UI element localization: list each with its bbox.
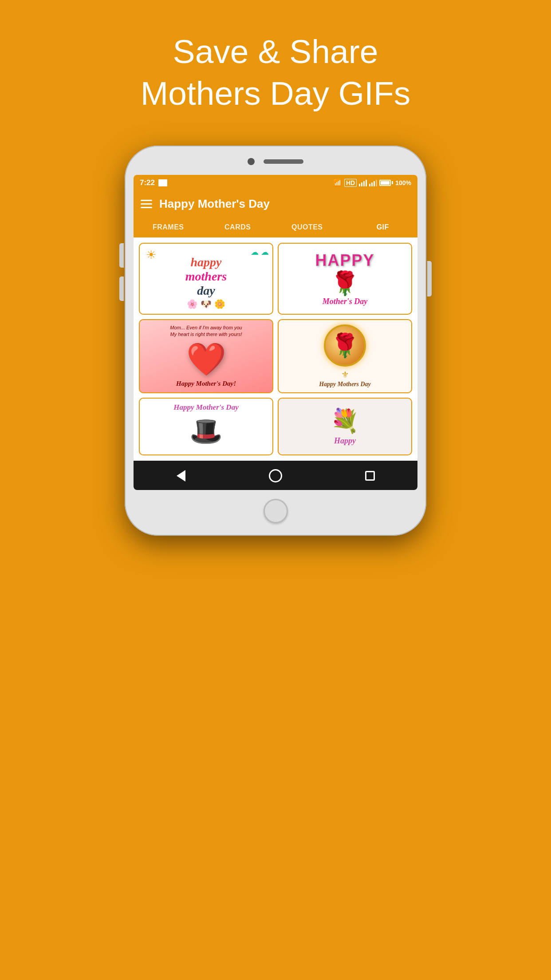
tab-cards[interactable]: CARDS — [203, 217, 273, 237]
card-6-text: Happy — [334, 436, 356, 446]
back-icon — [177, 470, 185, 482]
card-3-heart-emoji: ❤️ — [186, 340, 226, 378]
bottom-nav — [134, 461, 417, 490]
status-right: 📶 HD — [333, 178, 411, 187]
battery-icon — [379, 180, 393, 186]
phone-bottom — [134, 490, 417, 523]
battery-percent: 100% — [395, 179, 411, 186]
card-2-happy: HAPPY — [315, 251, 374, 270]
card-1-flowers-decoration: 🌸 🐶 🌼 — [144, 299, 268, 309]
menu-line-3 — [141, 207, 152, 208]
gif-card-4[interactable]: 🌹 ⚜ Happy Mothers Day — [278, 319, 412, 393]
gif-card-5[interactable]: Happy Mother's Day 🎩 — [139, 398, 273, 455]
card-5-hat: 🎩 — [189, 415, 223, 447]
nav-back-button[interactable] — [172, 468, 190, 484]
gif-grid: ☀ ☁ ☁ happy mothers day 🌸 🐶 🌼 — [139, 243, 412, 455]
home-button[interactable] — [264, 499, 288, 523]
phone-shell: 7:22 📶 HD — [125, 146, 426, 536]
status-time: 7:22 — [140, 178, 155, 187]
card-1-text: happy mothers day — [144, 248, 268, 298]
card-1-cloud-decoration: ☁ ☁ — [251, 247, 269, 257]
card-1-sun-decoration: ☀ — [146, 248, 156, 262]
tab-gif[interactable]: GIF — [342, 217, 418, 237]
card-6-roses: 💐 — [331, 407, 359, 435]
hd-label: HD — [344, 179, 357, 187]
gif-card-2[interactable]: HAPPY 🌹 Mother's Day — [278, 243, 412, 315]
card-4-ornament: ⚜ — [341, 369, 349, 380]
card-3-top-text: Mom... Even if I'm away from youMy heart… — [170, 324, 242, 338]
card-5-text: Happy Mother's Day — [173, 403, 238, 412]
volume-button-2 — [119, 277, 124, 301]
menu-button[interactable] — [141, 200, 152, 208]
menu-line-2 — [141, 203, 152, 205]
speaker-grill — [264, 159, 303, 164]
tab-bar: FRAMES CARDS QUOTES GIF — [134, 217, 417, 237]
nav-home-button[interactable] — [267, 468, 284, 484]
phone-mockup: 7:22 📶 HD — [125, 146, 426, 536]
home-icon — [269, 469, 282, 482]
card-4-circle-frame: 🌹 — [324, 324, 366, 367]
front-camera — [248, 158, 255, 165]
phone-screen: 7:22 📶 HD — [134, 175, 417, 490]
card-2-mothers: Mother's Day — [315, 297, 374, 306]
top-title-line1: Save & Share — [141, 31, 410, 73]
status-square-icon — [158, 179, 167, 186]
content-area: ☀ ☁ ☁ happy mothers day 🌸 🐶 🌼 — [134, 237, 417, 461]
power-button — [427, 261, 432, 296]
status-left: 7:22 — [140, 178, 167, 187]
card-3-bottom-text: Happy Mother's Day! — [176, 380, 236, 387]
card-4-text: Happy Mothers Day — [319, 381, 371, 388]
tab-frames[interactable]: FRAMES — [134, 217, 203, 237]
nav-recent-button[interactable] — [361, 468, 379, 484]
gif-card-3[interactable]: Mom... Even if I'm away from youMy heart… — [139, 319, 273, 393]
volume-button-1 — [119, 243, 124, 268]
card-1-mothers: mothers — [144, 269, 268, 284]
tab-quotes[interactable]: QUOTES — [272, 217, 342, 237]
top-title-line2: Mothers Day GIFs — [141, 73, 410, 115]
wifi-icon: 📶 — [333, 178, 342, 187]
app-header: Happy Mother's Day — [134, 190, 417, 217]
card-1-day: day — [144, 284, 268, 298]
status-bar: 7:22 📶 HD — [134, 175, 417, 190]
card-1-happy: happy — [144, 255, 268, 269]
menu-line-1 — [141, 200, 152, 201]
card-2-rose: 🌹 — [315, 270, 374, 297]
app-title: Happy Mother's Day — [159, 197, 270, 211]
signal-icon-2 — [369, 179, 377, 186]
gif-card-1[interactable]: ☀ ☁ ☁ happy mothers day 🌸 🐶 🌼 — [139, 243, 273, 315]
phone-notch-area — [134, 158, 417, 175]
recent-icon — [365, 471, 375, 481]
top-title: Save & Share Mothers Day GIFs — [141, 31, 410, 115]
gif-card-6[interactable]: 💐 Happy — [278, 398, 412, 455]
signal-icon — [359, 179, 367, 186]
card-2-content: HAPPY 🌹 Mother's Day — [311, 247, 379, 311]
